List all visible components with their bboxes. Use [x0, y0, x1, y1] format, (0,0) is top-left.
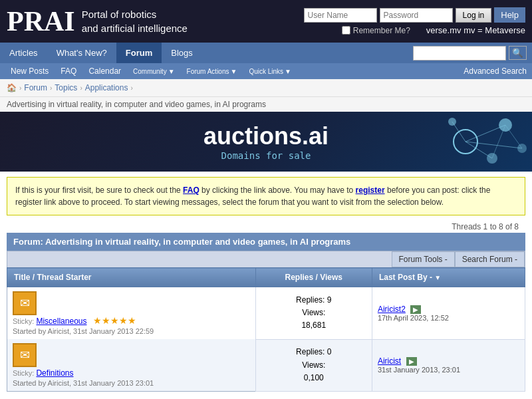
breadcrumb-topics[interactable]: Topics [55, 83, 77, 92]
register-link[interactable]: register [356, 186, 385, 195]
thread-title-link-0[interactable]: Miscellaneous [36, 317, 86, 326]
breadcrumb: 🏠 › Forum › Topics › Applications › [0, 79, 532, 97]
thread-icon-0: ✉ [13, 291, 37, 315]
forum-toolbar: Forum Tools - Search Forum - [7, 251, 525, 267]
nav-whats-new[interactable]: What's New? [47, 43, 116, 63]
thread-meta-1: Started by Airicist, 31st January 2013 2… [13, 379, 250, 387]
search-icon: 🔍 [512, 48, 523, 58]
banner-subtitle: Domains for sale [203, 150, 329, 161]
thread-title-link-1[interactable]: Definitions [36, 368, 73, 378]
banner-main-text: auctions.ai [203, 122, 329, 150]
subnav-faq[interactable]: FAQ [55, 65, 82, 78]
search-input[interactable] [413, 46, 506, 61]
remember-me-label: Remember Me? [353, 26, 410, 35]
subnav-forum-actions[interactable]: Forum Actions▼ [182, 66, 243, 77]
subnav-calendar[interactable]: Calendar [83, 65, 126, 78]
col-replies-views: Replies / Views [255, 268, 372, 287]
subnav-community[interactable]: Community▼ [128, 66, 180, 77]
last-post-user-0[interactable]: Airicist2 [378, 305, 406, 314]
thread-icon-1: ✉ [13, 343, 37, 367]
go-button-0[interactable]: ▶ [410, 305, 421, 314]
forum-title: Forum: Advertising in virtual reality, i… [7, 233, 525, 251]
table-row: ✉ Sticky: Miscellaneous ★★★★★ Started by… [7, 287, 525, 340]
thread-meta-0: Started by Airicist, 31st January 2013 2… [13, 327, 250, 335]
sort-arrow-icon: ▼ [434, 274, 441, 281]
home-icon[interactable]: 🏠 [7, 83, 17, 92]
breadcrumb-forum[interactable]: Forum [24, 83, 47, 92]
banner: auctions.ai Domains for sale [0, 112, 532, 172]
threads-count: Threads 1 to 8 of 8 [7, 221, 525, 233]
username-input[interactable] [304, 8, 377, 23]
remember-me-checkbox[interactable] [342, 26, 350, 35]
sticky-label-0: Sticky: [13, 317, 36, 325]
site-logo: PRAI [7, 5, 75, 37]
thread-stars-0: ★★★★★ [93, 315, 136, 326]
metaverse-text: verse.mv mv = Metaverse [426, 25, 525, 35]
thread-cell-0: ✉ Sticky: Miscellaneous ★★★★★ Started by… [7, 287, 256, 340]
replies-views-cell-0: Replies: 9Views:18,681 [255, 287, 372, 340]
table-row: ✉ Sticky: Definitions Started by Airicis… [7, 339, 525, 392]
last-post-user-1[interactable]: Airicist [378, 356, 401, 366]
nav-search-area: 🔍 [408, 43, 532, 63]
svg-line-9 [505, 125, 522, 148]
breadcrumb-applications[interactable]: Applications [85, 83, 128, 92]
subnav-quick-links[interactable]: Quick Links▼ [243, 66, 297, 77]
nav-forum[interactable]: Forum [116, 43, 162, 63]
col-last-post: Last Post By - ▼ [372, 268, 525, 287]
replies-views-cell-1: Replies: 0Views:0,100 [255, 339, 372, 392]
last-post-date-1: 31st January 2013, 23:01 [378, 366, 519, 374]
subnav-new-posts[interactable]: New Posts [5, 65, 54, 78]
info-box: If this is your first visit, be sure to … [7, 177, 525, 215]
nav-blogs[interactable]: Blogs [162, 43, 202, 63]
forum-tools-button[interactable]: Forum Tools - [392, 251, 455, 267]
page-subtitle: Advertising in virtual reality, in compu… [0, 97, 532, 112]
go-button-1[interactable]: ▶ [406, 357, 417, 366]
nav-articles[interactable]: Articles [0, 43, 47, 63]
search-forum-button[interactable]: Search Forum - [455, 251, 525, 267]
last-post-date-0: 17th April 2023, 12:52 [378, 314, 519, 322]
advanced-search-link[interactable]: Advanced Search [464, 66, 527, 76]
help-button[interactable]: Help [494, 7, 525, 23]
col-title: Title / Thread Starter [7, 268, 256, 287]
forum-table: Title / Thread Starter Replies / Views L… [7, 267, 525, 392]
site-tagline: Portal of robotics and artificial intell… [82, 7, 188, 35]
faq-link[interactable]: FAQ [183, 186, 200, 195]
banner-decoration [332, 112, 532, 172]
last-post-cell-1: Airicist ▶ 31st January 2013, 23:01 [372, 339, 525, 392]
last-post-cell-0: Airicist2 ▶ 17th April 2023, 12:52 [372, 287, 525, 340]
thread-cell-1: ✉ Sticky: Definitions Started by Airicis… [7, 339, 256, 392]
password-input[interactable] [380, 8, 453, 23]
sticky-label-1: Sticky: [13, 369, 36, 377]
search-button[interactable]: 🔍 [509, 46, 527, 60]
login-button[interactable]: Log in [456, 8, 492, 23]
